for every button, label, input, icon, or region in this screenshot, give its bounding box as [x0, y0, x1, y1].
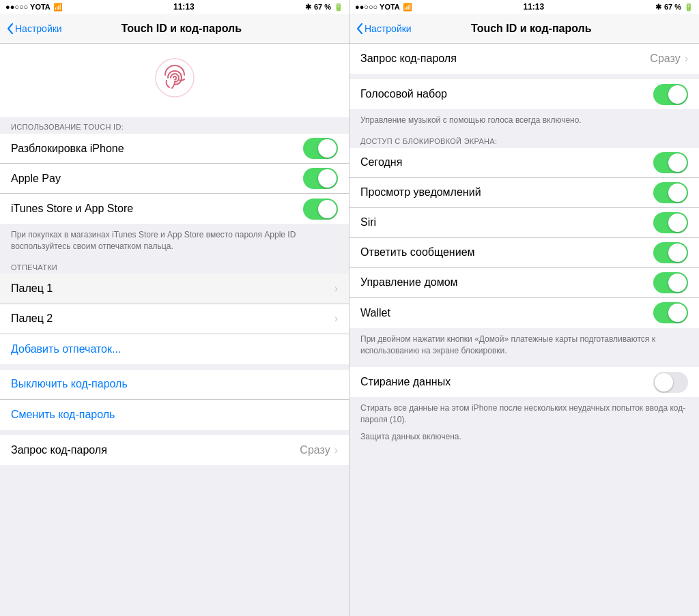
row-apple-pay[interactable]: Apple Pay [0, 164, 349, 194]
spacer-2 [0, 430, 349, 435]
status-left-right: ●●○○○ YOTA 📶 [355, 3, 412, 12]
bluetooth-icon-left: ✱ [305, 3, 311, 12]
toggle-itunes[interactable] [303, 199, 338, 220]
row-disable-passcode[interactable]: Выключить код-пароль [0, 370, 349, 400]
section-touch-id: ИСПОЛЬЗОВАНИЕ TOUCH ID: [0, 117, 349, 134]
battery-left: 67 % [314, 3, 331, 11]
toggle-today[interactable] [653, 152, 688, 173]
toggle-home-control[interactable] [653, 272, 688, 293]
row-change-passcode[interactable]: Сменить код-пароль [0, 400, 349, 430]
toggle-knob-siri [668, 214, 687, 232]
chevron-finger-2: › [334, 312, 338, 325]
time-left: 11:13 [173, 2, 195, 12]
passcode-top-label: Запрос код-пароля [360, 53, 650, 65]
row-voice-dial[interactable]: Голосовой набор [350, 79, 699, 109]
left-panel: ●●○○○ YOTA 📶 11:13 ✱ 67 % 🔋 Настройки To… [0, 0, 350, 616]
spacer-1 [0, 364, 349, 370]
carrier-right: ●●○○○ YOTA [355, 3, 400, 11]
status-right-left: ✱ 67 % 🔋 [305, 3, 343, 12]
add-fingerprint-label: Добавить отпечаток... [11, 343, 338, 355]
wifi-icon-right: 📶 [403, 3, 412, 12]
svg-point-0 [156, 59, 194, 97]
finger-1-label: Палец 1 [11, 282, 334, 295]
apple-pay-label: Apple Pay [11, 173, 303, 185]
toggle-knob-itunes [318, 200, 337, 218]
toggle-knob-wallet [668, 304, 687, 322]
nav-title-right: Touch ID и код-пароль [412, 23, 651, 35]
battery-right: 67 % [664, 3, 681, 11]
home-control-label: Управление домом [360, 276, 653, 289]
toggle-erase[interactable] [653, 372, 688, 393]
back-label-left: Настройки [15, 23, 62, 34]
row-home-control[interactable]: Управление домом [350, 268, 699, 298]
row-siri[interactable]: Siri [350, 208, 699, 238]
today-label: Сегодня [360, 156, 653, 168]
lock-rows-group: Сегодня Просмотр уведомлений Siri Ответи… [350, 148, 699, 328]
voice-description: Управление музыкой с помощью голоса всег… [350, 109, 699, 132]
row-notifications[interactable]: Просмотр уведомлений [350, 178, 699, 208]
row-reply-message[interactable]: Ответить сообщением [350, 238, 699, 268]
toggle-reply-message[interactable] [653, 242, 688, 263]
passcode-request-label: Запрос код-пароля [11, 444, 300, 456]
nav-bar-right: Настройки Touch ID и код-пароль [350, 14, 699, 44]
toggle-siri[interactable] [653, 212, 688, 233]
nav-title-left: Touch ID и код-пароль [62, 23, 301, 35]
toggle-wallet[interactable] [653, 302, 688, 323]
siri-label: Siri [360, 216, 653, 229]
status-bar-right: ●●○○○ YOTA 📶 11:13 ✱ 67 % 🔋 [350, 0, 699, 14]
status-left: ●●○○○ YOTA 📶 [5, 3, 63, 12]
status-bar-left: ●●○○○ YOTA 📶 11:13 ✱ 67 % 🔋 [0, 0, 349, 14]
toggle-knob-notifications [668, 184, 687, 202]
spacer-r2 [350, 362, 699, 367]
erase-desc2: Защита данных включена. [350, 431, 699, 448]
row-erase[interactable]: Стирание данных [350, 367, 699, 397]
touch-id-group: Разблокировка iPhone Apple Pay iTunes St… [0, 134, 349, 224]
row-passcode-top[interactable]: Запрос код-пароля Сразу › [350, 44, 699, 74]
chevron-passcode-top: › [685, 53, 688, 65]
fingerprint-icon [154, 57, 195, 98]
unlock-label: Разблокировка iPhone [11, 143, 303, 155]
wallet-label: Wallet [360, 307, 653, 319]
fingerprint-section [0, 44, 349, 117]
voice-dial-group: Голосовой набор [350, 79, 699, 109]
reply-message-label: Ответить сообщением [360, 246, 653, 259]
nav-bar-left: Настройки Touch ID и код-пароль [0, 14, 349, 44]
voice-dial-label: Голосовой набор [360, 88, 653, 100]
toggle-knob-unlock [318, 139, 337, 158]
toggle-notifications[interactable] [653, 182, 688, 203]
row-wallet[interactable]: Wallet [350, 298, 699, 328]
toggle-voice-dial[interactable] [653, 84, 688, 105]
row-unlock-iphone[interactable]: Разблокировка iPhone [0, 134, 349, 164]
row-passcode-request[interactable]: Запрос код-пароля Сразу › [0, 435, 349, 465]
toggle-knob-today [668, 153, 687, 172]
itunes-description: При покупках в магазинах iTunes Store и … [0, 224, 349, 258]
erase-group: Стирание данных [350, 367, 699, 397]
spacer-r1 [350, 74, 699, 79]
row-today[interactable]: Сегодня [350, 148, 699, 178]
wifi-icon-left: 📶 [53, 3, 63, 12]
toggle-unlock[interactable] [303, 138, 338, 159]
finger-2-label: Палец 2 [11, 312, 334, 325]
toggle-knob-reply-message [668, 244, 687, 262]
passcode-top-group: Запрос код-пароля Сразу › [350, 44, 699, 74]
bluetooth-icon-right: ✱ [655, 3, 661, 12]
back-button-left[interactable]: Настройки [7, 23, 62, 34]
carrier-left: ●●○○○ YOTA [5, 3, 51, 11]
row-finger-2[interactable]: Палец 2 › [0, 304, 349, 334]
disable-passcode-label: Выключить код-пароль [11, 378, 338, 390]
toggle-apple-pay[interactable] [303, 168, 338, 189]
section-fingerprints: ОТПЕЧАТКИ [0, 258, 349, 274]
battery-icon-right: 🔋 [684, 3, 694, 12]
passcode-request-value: Сразу [300, 444, 330, 456]
passcode-top-value: Сразу [650, 53, 680, 65]
erase-label: Стирание данных [360, 376, 653, 388]
passcode-request-group: Запрос код-пароля Сразу › [0, 435, 349, 465]
row-add-fingerprint[interactable]: Добавить отпечаток... [0, 334, 349, 364]
back-button-right[interactable]: Настройки [356, 23, 412, 34]
back-label-right: Настройки [365, 23, 412, 34]
notifications-label: Просмотр уведомлений [360, 186, 653, 199]
row-itunes-store[interactable]: iTunes Store и App Store [0, 194, 349, 224]
status-right-right: ✱ 67 % 🔋 [655, 3, 694, 12]
toggle-knob-voice-dial [668, 85, 687, 104]
row-finger-1[interactable]: Палец 1 › [0, 274, 349, 304]
